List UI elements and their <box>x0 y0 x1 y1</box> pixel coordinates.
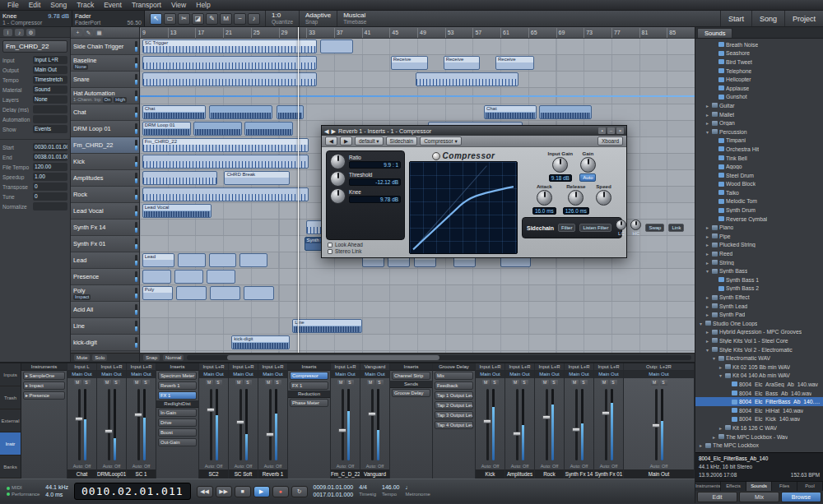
browser-item[interactable]: ▸The MPC Lockbox - Wav <box>695 432 823 442</box>
track-row[interactable]: PolyImpact <box>71 285 139 302</box>
clip[interactable]: Receive <box>444 56 480 70</box>
record-button[interactable]: ● <box>272 486 289 497</box>
browser-item[interactable]: Bird Tweet <box>695 58 823 67</box>
solo-button[interactable]: S <box>376 380 384 386</box>
strip-input[interactable]: Input L+R <box>199 363 228 371</box>
insert-slot[interactable]: FX 1 <box>158 391 197 400</box>
track-row[interactable]: Snare <box>71 72 139 88</box>
eraser-tool-icon[interactable]: ◪ <box>192 13 204 25</box>
view-button-edit[interactable]: Edit <box>697 492 737 502</box>
strip-input[interactable]: Input L+R <box>505 363 534 371</box>
fader-thumb[interactable] <box>602 411 610 415</box>
browser-item[interactable]: 8004_Elc_Bass_Ab_140.wav <box>695 389 823 398</box>
mute-button[interactable]: M <box>601 380 608 386</box>
clip[interactable]: CHRD Break <box>224 171 290 185</box>
inspector-value[interactable]: Main Out <box>33 66 67 74</box>
mute-button[interactable]: M <box>235 380 243 386</box>
clip[interactable]: DRM Loop 01 <box>142 122 191 136</box>
menu-transport[interactable]: Transport <box>127 1 166 9</box>
hardware-map-button[interactable]: Xboard <box>597 136 623 146</box>
strip-name[interactable]: Reverb 1 <box>258 469 287 479</box>
solo-button[interactable]: S <box>142 380 150 386</box>
link-button[interactable]: Link <box>668 224 684 232</box>
inspector-value[interactable]: Events <box>33 125 67 133</box>
strip-input[interactable]: Input L+R <box>127 363 156 371</box>
strip-output[interactable]: Main Out <box>594 371 623 378</box>
clip[interactable] <box>140 88 695 104</box>
look-ahead-checkbox[interactable]: Look Ahead <box>328 242 403 247</box>
metronome-control[interactable]: ♩ Metronome <box>405 484 430 497</box>
track-lane[interactable]: SC Trigger <box>140 39 695 55</box>
browser-item[interactable]: Melodic Tom <box>695 197 823 206</box>
track-lane[interactable]: kick-digit <box>140 335 695 351</box>
insert-slot[interactable]: Phase Meter <box>290 399 328 407</box>
browser-item[interactable]: ▸String <box>695 258 823 267</box>
loop-end[interactable]: 0017.01.01.000 <box>314 492 354 499</box>
automation-mode[interactable]: Auto: Off <box>331 463 360 469</box>
strip-input[interactable]: Vanguard <box>360 363 389 371</box>
mute-button[interactable]: M <box>337 380 345 386</box>
track-lane[interactable]: Poly <box>140 285 695 302</box>
mixer-tab-external[interactable]: External <box>0 409 21 432</box>
track-row[interactable]: kick-digit <box>71 335 139 351</box>
insert-slot[interactable]: Spectrum Meter <box>158 372 197 380</box>
preset-next-button[interactable]: ▶ <box>340 136 352 146</box>
browser-item[interactable]: Telephone <box>695 67 823 76</box>
quantize-control[interactable]: 1:0 Quantize <box>265 11 299 26</box>
inspector-value[interactable]: 0030.01.01.000 <box>33 143 67 151</box>
strip-output[interactable]: Main Out <box>624 371 694 378</box>
release-knob[interactable] <box>568 190 584 206</box>
insert-slot[interactable]: Compressor <box>290 372 328 380</box>
clip[interactable] <box>142 56 317 70</box>
track-chip[interactable]: High <box>114 97 127 103</box>
solo-button[interactable]: S <box>551 380 558 386</box>
insert-slot[interactable]: FX 1 <box>290 381 328 390</box>
browser-item[interactable]: Breath Noise <box>695 40 823 49</box>
sidechain-button[interactable]: Sidechain <box>386 136 418 146</box>
menu-track[interactable]: Track <box>72 1 99 9</box>
strip-name[interactable]: Rock <box>535 469 564 479</box>
menu-view[interactable]: View <box>166 1 191 9</box>
mute-button[interactable]: M <box>104 380 111 386</box>
play-button[interactable]: ▶ <box>253 486 270 497</box>
fader[interactable] <box>605 389 607 460</box>
browser-item[interactable]: 8004_Elc_AraSeq_Ab_140.wav <box>695 380 823 389</box>
strip-input[interactable]: Input L+R <box>594 363 623 371</box>
browser-item[interactable]: ▾Studio One Loops <box>695 319 823 328</box>
track-lane[interactable] <box>140 88 695 104</box>
strip-input[interactable]: Input L+R <box>535 363 564 371</box>
automation-mode[interactable]: Auto: Off <box>67 463 96 469</box>
track-row[interactable]: DRM Loop 01 <box>71 121 139 137</box>
menu-edit[interactable]: Edit <box>24 1 46 9</box>
browser-item[interactable]: Applause <box>695 84 823 93</box>
threshold-knob[interactable] <box>330 171 346 187</box>
fader-thumb[interactable] <box>652 423 660 428</box>
automation-mode[interactable]: Auto: Off <box>476 463 504 469</box>
clip[interactable] <box>193 122 242 136</box>
menu-event[interactable]: Event <box>99 1 127 9</box>
strip-name[interactable]: SC2 <box>199 469 228 479</box>
mixer-tab-trash[interactable]: Trash <box>0 386 21 409</box>
inspector-value[interactable]: 0 <box>33 183 67 191</box>
strip-output[interactable]: Main Out <box>505 371 534 378</box>
clip[interactable]: kick-digit <box>231 335 290 349</box>
fader[interactable] <box>342 389 344 460</box>
track-lane[interactable] <box>140 302 695 318</box>
insert-slot[interactable]: Tap 4 Output Level <box>435 421 473 429</box>
strip-output[interactable]: Main Out <box>127 371 156 378</box>
track-row[interactable]: Presence <box>71 269 139 285</box>
browser-item[interactable]: Timpani <box>695 136 823 146</box>
strip-output[interactable]: Main Out <box>476 371 504 378</box>
pin-icon[interactable]: ▪ <box>598 127 606 134</box>
page-button-project[interactable]: Project <box>784 11 823 26</box>
browser-item[interactable]: ▸Organ <box>695 118 823 127</box>
solo-all-button[interactable]: Solo <box>92 354 107 361</box>
strip-name[interactable]: SC Soft <box>229 469 258 479</box>
track-row[interactable]: Chat <box>71 104 139 121</box>
clip[interactable]: Receive <box>495 56 534 70</box>
browser-item[interactable]: Helicopter <box>695 75 823 84</box>
inspector-value[interactable]: 0 <box>33 192 67 201</box>
clip[interactable]: Fm_CHRD_22 <box>142 138 309 152</box>
mute-button[interactable]: M <box>482 380 490 386</box>
horizontal-scrollbar[interactable] <box>187 355 691 360</box>
